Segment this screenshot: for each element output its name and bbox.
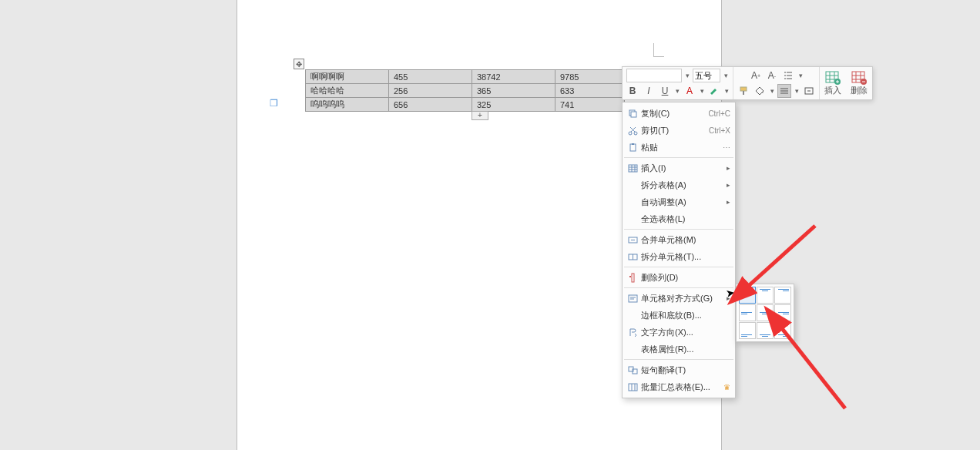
table-row: 呜呜呜呜 656 325 741	[306, 98, 625, 112]
menu-table-props[interactable]: 表格属性(R)...	[623, 341, 735, 358]
font-color-button[interactable]: A	[683, 84, 696, 98]
highlight-dd-icon[interactable]: ▾	[723, 87, 730, 95]
align-middle-center[interactable]	[757, 304, 774, 321]
font-name-input[interactable]	[626, 69, 682, 82]
scissors-icon	[626, 126, 639, 136]
menu-text-direction[interactable]: 文字方向(X)...	[623, 324, 735, 341]
cell[interactable]: 325	[472, 98, 555, 112]
shading-button[interactable]	[753, 84, 767, 98]
svg-rect-13	[629, 165, 637, 172]
shortcut: Ctrl+C	[708, 109, 730, 118]
align-top-left[interactable]	[739, 287, 756, 304]
underline-button[interactable]: U	[658, 84, 672, 98]
shrink-font-button[interactable]: A-	[765, 69, 779, 82]
split-icon	[626, 252, 639, 262]
menu-paste[interactable]: 粘贴 ⋯	[623, 139, 735, 156]
merge-button[interactable]	[802, 84, 816, 98]
menu-translate[interactable]: 短句翻译(T)	[623, 361, 735, 378]
menu-merge-cells[interactable]: 合并单元格(M)	[623, 231, 735, 248]
text-cursor-mark	[653, 43, 664, 57]
submenu-arrow-icon: ▸	[723, 181, 730, 189]
highlight-button[interactable]	[707, 84, 721, 98]
sum-icon	[626, 382, 639, 392]
bold-button[interactable]: B	[626, 84, 639, 98]
format-painter-button[interactable]	[737, 84, 750, 98]
cell[interactable]: 741	[555, 98, 625, 112]
delete-col-icon	[626, 273, 639, 283]
cell[interactable]: 9785	[555, 70, 625, 84]
menu-split-table[interactable]: 拆分表格(A) ▸	[623, 176, 735, 193]
cell[interactable]: 633	[555, 84, 625, 98]
menu-split-cells[interactable]: 拆分单元格(T)...	[623, 248, 735, 265]
list-dd-icon[interactable]: ▾	[797, 72, 804, 79]
separator	[624, 229, 733, 230]
svg-point-10	[634, 132, 637, 135]
align-middle-left[interactable]	[739, 304, 756, 321]
cell[interactable]: 656	[389, 98, 472, 112]
submenu-arrow-icon: ▸	[723, 198, 730, 206]
context-menu: 复制(C) Ctrl+C 剪切(T) Ctrl+X 粘贴 ⋯ 插入(I) ▸ 拆…	[622, 102, 736, 398]
align-middle-right[interactable]	[774, 304, 791, 321]
align-top-center[interactable]	[757, 287, 774, 304]
svg-rect-11	[630, 144, 636, 151]
paste-icon	[626, 143, 639, 153]
menu-cut[interactable]: 剪切(T) Ctrl+X	[623, 122, 735, 139]
delete-label: 删除	[851, 85, 868, 96]
align-top-right[interactable]	[774, 287, 791, 304]
font-size-input[interactable]	[693, 69, 720, 82]
page-icon: ❐	[270, 98, 279, 109]
separator	[624, 287, 733, 288]
align-bottom-right[interactable]	[774, 322, 791, 339]
menu-borders[interactable]: 边框和底纹(B)...	[623, 307, 735, 324]
shading-dd-icon[interactable]: ▾	[769, 87, 775, 95]
align-bottom-center[interactable]	[757, 322, 774, 339]
cell[interactable]: 455	[389, 70, 472, 84]
cell[interactable]: 啊啊啊啊	[306, 70, 389, 84]
delete-table-button[interactable]: 删除	[846, 67, 872, 99]
svg-rect-1	[743, 91, 744, 95]
font-color-dd-icon[interactable]: ▾	[699, 87, 705, 95]
separator	[624, 157, 733, 158]
insert-table-button[interactable]: 插入	[820, 67, 846, 99]
table-move-handle[interactable]: ✥	[294, 59, 304, 69]
cell[interactable]: 呜呜呜呜	[306, 98, 389, 112]
italic-button[interactable]: I	[642, 84, 656, 98]
menu-cell-align[interactable]: 单元格对齐方式(G) ▸	[623, 290, 735, 307]
svg-point-9	[629, 132, 632, 135]
add-row-button[interactable]: +	[472, 111, 488, 120]
cell[interactable]: 38742	[472, 70, 555, 84]
alignment-submenu	[736, 284, 794, 342]
size-dropdown-icon[interactable]: ▾	[723, 72, 729, 79]
align-dd-icon[interactable]: ▾	[794, 87, 800, 95]
separator	[624, 267, 733, 267]
menu-delete-col[interactable]: 删除列(D)	[623, 269, 735, 286]
align-button[interactable]	[777, 84, 791, 98]
shortcut: Ctrl+X	[709, 126, 730, 135]
crown-icon: ♛	[720, 383, 730, 391]
cell[interactable]: 365	[472, 84, 555, 98]
grow-font-button[interactable]: A+	[749, 69, 763, 82]
menu-select-all[interactable]: 全选表格(L)	[623, 210, 735, 227]
underline-dd-icon[interactable]: ▾	[674, 87, 680, 95]
translate-icon	[626, 365, 639, 375]
menu-insert[interactable]: 插入(I) ▸	[623, 160, 735, 176]
align-bottom-left[interactable]	[739, 322, 756, 339]
font-dropdown-icon[interactable]: ▾	[684, 72, 690, 79]
svg-rect-16	[632, 274, 634, 282]
insert-label: 插入	[824, 85, 841, 96]
more-icon: ⋯	[723, 143, 730, 152]
data-table[interactable]: 啊啊啊啊 455 38742 9785 哈哈哈哈 256 365 633 呜呜呜…	[305, 69, 625, 112]
align-icon	[626, 294, 639, 304]
submenu-arrow-icon: ▸	[723, 294, 730, 302]
menu-copy[interactable]: 复制(C) Ctrl+C	[623, 105, 735, 122]
text-dir-icon	[626, 327, 639, 338]
cell[interactable]: 256	[389, 84, 472, 98]
svg-rect-8	[631, 112, 636, 117]
svg-line-21	[744, 226, 815, 290]
menu-auto-fit[interactable]: 自动调整(A) ▸	[623, 193, 735, 210]
cell[interactable]: 哈哈哈哈	[306, 84, 389, 98]
menu-batch-sum[interactable]: 批量汇总表格(E)... ♛	[623, 378, 735, 395]
merge-icon	[626, 235, 639, 245]
mini-toolbar: ▾ ▾ B I U ▾ A ▾ ▾ A+ A- ▾	[622, 66, 873, 100]
list-button[interactable]	[781, 69, 795, 82]
